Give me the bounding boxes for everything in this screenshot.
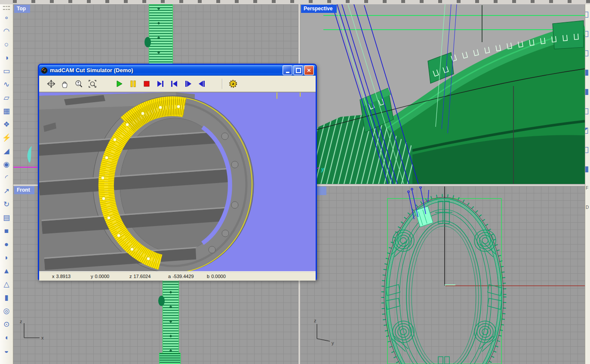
viewport-perspective[interactable]: Perspective <box>300 4 585 184</box>
step-backward-button[interactable] <box>195 77 209 90</box>
toolpath-blob <box>158 296 165 306</box>
point-icon[interactable]: ∘ <box>1 11 12 24</box>
zoom-dynamic-button[interactable] <box>72 77 86 90</box>
play-button[interactable] <box>112 77 126 90</box>
step-forward-icon <box>184 80 192 88</box>
clipped-icon[interactable]: F <box>585 178 589 198</box>
status-field: z17.6024 <box>129 274 157 279</box>
step-to-end-icon <box>156 80 165 88</box>
zoom-window-button[interactable] <box>86 77 99 90</box>
status-field: b0.0000 <box>207 274 234 279</box>
rhino-madcam-screen: { "viewports": { "top": {"label": "Top"}… <box>0 0 590 364</box>
simulator-view[interactable] <box>39 92 316 271</box>
clipped-icon[interactable]: ◨ <box>585 82 589 101</box>
extrude-icon[interactable]: ◢ <box>1 144 12 158</box>
stop-icon <box>142 80 151 88</box>
window-titlebar[interactable]: madCAM Cut Simulator (Demo) ✕ <box>39 65 316 76</box>
pyramid-icon[interactable]: △ <box>1 278 12 291</box>
arc-edit-icon[interactable]: ◜ <box>1 171 12 184</box>
simulator-scene <box>39 92 316 271</box>
pan-button[interactable] <box>58 77 72 90</box>
clipped-icon[interactable]: ◨ <box>585 159 589 178</box>
viewport-label-top[interactable]: Top <box>14 5 30 13</box>
clipped-icon[interactable]: ◩ <box>585 120 589 140</box>
clipped-icon[interactable]: ◧ <box>585 24 589 43</box>
step-forward-button[interactable] <box>181 77 195 90</box>
stop-button[interactable] <box>140 77 154 90</box>
clipped-icon[interactable]: ◧ <box>585 43 589 62</box>
clipped-icon[interactable]: ◨ <box>585 62 589 82</box>
clipped-icon[interactable]: D <box>585 198 589 217</box>
step-to-start-button[interactable] <box>167 77 181 90</box>
torus-icon[interactable]: ⊙ <box>1 318 12 331</box>
rectangle-icon[interactable]: ▭ <box>1 64 12 78</box>
front-axis-icon: z x <box>17 318 52 344</box>
viewport-bottom-right[interactable]: z y <box>300 186 585 364</box>
freeform-curve-icon[interactable]: ∿ <box>1 78 12 91</box>
status-field: y0.0000 <box>91 274 118 279</box>
move-icon[interactable]: ↗ <box>1 184 12 198</box>
toolpath-band-foot <box>159 353 181 364</box>
cone-icon[interactable]: ▲ <box>1 264 12 278</box>
ellipse-icon[interactable]: ◑ <box>1 51 12 64</box>
minimize-icon <box>286 72 289 73</box>
viewport-label-perspective[interactable]: Perspective <box>301 5 337 13</box>
right-toolbar-icons: ◧ ◧ ◧ ◨ ◨ ◧ ◩ <box>585 4 589 217</box>
close-icon: ✕ <box>307 67 311 73</box>
minimize-button[interactable] <box>283 65 292 75</box>
zoom-plus-minus-icon <box>74 80 83 88</box>
ellipsoid-icon[interactable]: ◗ <box>1 251 12 264</box>
pan-hand-icon <box>61 80 69 88</box>
rotate-icon[interactable]: ↻ <box>1 198 12 211</box>
spheres-icon[interactable]: ❖ <box>1 118 12 131</box>
toolbar-separator <box>222 79 222 89</box>
step-to-end-button[interactable] <box>154 77 167 90</box>
mesh-surface-icon[interactable]: ▦ <box>1 104 12 118</box>
clipped-icon[interactable]: ◧ <box>585 101 589 120</box>
viewport-label-front[interactable]: Front <box>14 186 34 194</box>
sphere-icon[interactable]: ● <box>1 238 12 251</box>
maximize-button[interactable] <box>293 65 303 75</box>
svg-text:y: y <box>321 166 325 172</box>
clipped-icon[interactable]: ◧ <box>585 4 589 24</box>
explode-icon[interactable]: ⚡ <box>1 131 12 144</box>
svg-text:x: x <box>41 335 44 340</box>
pipe-icon[interactable]: ◖ <box>1 331 12 344</box>
zoom-window-icon <box>88 80 97 88</box>
step-to-start-icon <box>170 80 178 88</box>
maximize-icon <box>296 68 301 73</box>
solid-circle-icon[interactable]: ◉ <box>1 158 12 171</box>
step-backward-icon <box>197 80 206 88</box>
curve-icon[interactable]: ◠ <box>1 24 12 38</box>
array-icon[interactable]: ▤ <box>1 211 12 224</box>
left-toolbar: ∘ ◠ ○ ◑ ▭ ∿ ▱ <box>0 4 13 364</box>
pipe-bend-icon[interactable]: ◒ <box>1 344 12 358</box>
left-toolbar-icons: ∘ ◠ ○ ◑ ▭ ∿ ▱ <box>1 11 12 358</box>
right-toolbar-clipped: ◧ ◧ ◧ ◨ ◨ ◧ ◩ <box>585 4 590 364</box>
box-icon[interactable]: ■ <box>1 224 12 238</box>
simulator-statusbar: x3.8913 y0.0000 z17.6024 a-539.4429 b0.0… <box>39 271 316 281</box>
madcam-app-icon <box>41 67 48 74</box>
svg-text:z: z <box>314 318 317 323</box>
circle-icon[interactable]: ○ <box>1 38 12 51</box>
right-axis-icon: z y <box>314 318 334 346</box>
toolpath-blob <box>144 37 151 47</box>
close-button[interactable]: ✕ <box>304 65 314 75</box>
gear-icon <box>228 79 238 89</box>
toolbar-grip[interactable] <box>3 6 10 10</box>
status-field: x3.8913 <box>52 274 80 279</box>
cylinder-icon[interactable]: ▮ <box>1 291 12 304</box>
play-icon <box>115 80 123 88</box>
tube-icon[interactable]: ◎ <box>1 304 12 318</box>
madcam-simulator-window: madCAM Cut Simulator (Demo) ✕ <box>38 64 317 280</box>
clipped-icon[interactable]: ◧ <box>585 140 589 159</box>
pause-button[interactable] <box>126 77 140 90</box>
clipped-toolbar-icons <box>13 0 590 3</box>
orbit-button[interactable] <box>44 77 58 90</box>
simulator-toolbar <box>39 76 316 92</box>
toolpath-settings-button[interactable] <box>226 77 240 90</box>
plan-wireframe-scene[interactable]: z y <box>300 186 585 364</box>
svg-text:y: y <box>332 340 334 346</box>
surface-icon[interactable]: ▱ <box>1 91 12 104</box>
perspective-scene[interactable]: y <box>300 4 585 184</box>
